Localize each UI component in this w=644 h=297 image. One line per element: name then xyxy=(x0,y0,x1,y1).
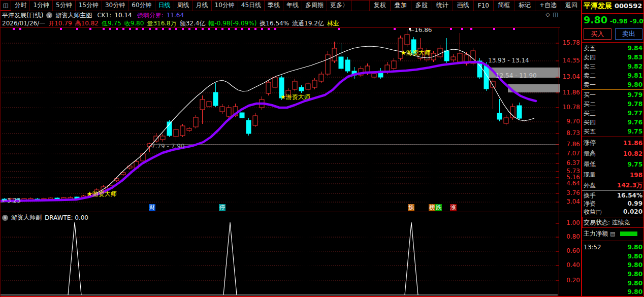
stat-row[interactable]: 换手16.54% xyxy=(582,191,644,200)
signal-dot xyxy=(103,28,105,30)
toolbar-action-item[interactable]: 画线 xyxy=(453,0,473,11)
toolbar-period-item[interactable]: 更多〉 xyxy=(327,0,352,11)
left-border xyxy=(0,0,1,297)
toolbar-period-item[interactable]: 月线 xyxy=(193,0,212,11)
bid-row[interactable]: 买五9.75 xyxy=(582,127,644,136)
ask-levels: 卖五9.84卖四9.83卖三9.82卖二9.81卖一9.80 xyxy=(582,44,644,89)
tick-row[interactable]: 9.80 xyxy=(582,252,644,261)
buy-button[interactable]: 买入 xyxy=(584,28,611,40)
quote-stats: 涨停11.86最高10.82最低9.75现量198外盘142.3万 xyxy=(582,138,644,191)
ask-row[interactable]: 卖五9.84 xyxy=(582,44,644,53)
tick-list[interactable]: 13:529.809.809.809.809.809.80 xyxy=(582,243,644,296)
toolbar-action-item[interactable]: +自选 xyxy=(535,0,561,11)
info-segment: 幅-0.98(-9.09%) xyxy=(208,19,256,27)
candle-body xyxy=(207,102,211,107)
toolbar-period-item[interactable]: 5分钟 xyxy=(53,0,76,11)
tick-row[interactable]: 13:529.80 xyxy=(582,243,644,252)
signal-dot xyxy=(149,28,151,30)
quote-stock-title[interactable]: 平潭发展 000592 xyxy=(584,2,642,11)
ask-row-value: 9.80 xyxy=(627,81,642,88)
signal-dot xyxy=(254,28,256,30)
bid-row[interactable]: 买二9.78 xyxy=(582,100,644,109)
signal-dot xyxy=(76,28,78,30)
toolbar-period-item[interactable]: 45日线 xyxy=(238,0,265,11)
toolbar-action-item[interactable]: 统计 xyxy=(432,0,453,11)
toolbar-periods: 分时1分钟5分钟15分钟30分钟60分钟日线周线月线10分钟45日线季线年线多周… xyxy=(11,0,352,11)
main-net-bar xyxy=(620,232,637,236)
bid-row[interactable]: 买一9.79 xyxy=(582,90,644,100)
ask-row[interactable]: 卖三9.82 xyxy=(582,62,644,71)
toolbar-action-item[interactable]: 简框 xyxy=(493,0,514,11)
tick-row[interactable]: 9.80 xyxy=(582,287,644,296)
candle-body xyxy=(194,117,198,127)
info-segment: 额32.4亿 xyxy=(180,19,206,27)
toolbar-action-item[interactable]: 叠加 xyxy=(390,0,411,11)
toolbar-period-item[interactable]: 季线 xyxy=(265,0,283,11)
toolbar-action-item[interactable]: 返回 xyxy=(561,0,582,11)
ask-row[interactable]: 卖二9.81 xyxy=(582,71,644,80)
stat-row[interactable]: 现量198 xyxy=(582,170,644,180)
bid-row-value: 9.76 xyxy=(627,119,642,126)
bid-row-label: 买三 xyxy=(584,109,596,118)
stat-row[interactable]: 涨停11.86 xyxy=(582,138,644,148)
signal-dot xyxy=(202,28,204,30)
ck1-label: CK1: xyxy=(97,12,111,19)
candle-body xyxy=(200,100,205,110)
signal-dot xyxy=(116,28,118,30)
main-indicator-name[interactable]: 游资大师主图 xyxy=(55,11,92,20)
window-layout-icon[interactable]: ◫ xyxy=(0,0,11,11)
candle-body xyxy=(517,106,522,118)
price-axis-label: 3.76 xyxy=(561,189,580,196)
toolbar-period-item[interactable]: 周线 xyxy=(174,0,193,11)
daily-info-bar: 2026/01/26/一开10.79高10.82低9.75收9.80量316.8… xyxy=(0,19,562,27)
trading-terminal: ◫ 分时1分钟5分钟15分钟30分钟60分钟日线周线月线10分钟45日线季线年线… xyxy=(0,0,644,297)
quote-title-divider xyxy=(582,13,644,14)
stat-row[interactable]: 净资0.99 xyxy=(582,200,644,208)
toolbar-action-item[interactable]: F10 xyxy=(473,0,493,11)
price-axis-label: 11.86 xyxy=(561,89,580,96)
candle-body xyxy=(339,57,343,69)
bid-row[interactable]: 买三9.77 xyxy=(582,109,644,118)
toolbar-period-item[interactable]: 日线 xyxy=(155,0,174,11)
signal-dot xyxy=(394,28,396,30)
indicator-sub-chart[interactable] xyxy=(0,212,560,297)
diamond-marker-icon[interactable]: ◇ xyxy=(545,11,550,18)
candle-body xyxy=(220,107,224,112)
toolbar-period-item[interactable]: 15分钟 xyxy=(76,0,102,11)
ask-row[interactable]: 卖一9.80 xyxy=(582,80,644,89)
tick-row[interactable]: 9.80 xyxy=(582,270,644,279)
toolbar-action-item[interactable]: 标记 xyxy=(514,0,535,11)
tick-row[interactable]: 9.80 xyxy=(582,279,644,288)
price-axis-label: 13.04 xyxy=(561,73,580,80)
signal-dot xyxy=(162,28,164,30)
candle-body xyxy=(299,87,304,91)
toolbar-period-item[interactable]: 年线 xyxy=(283,0,302,11)
candle-body xyxy=(279,78,284,98)
main-net-row[interactable]: 主力净额 ▤ xyxy=(584,229,637,238)
toolbar-period-item[interactable]: 1分钟 xyxy=(30,0,53,11)
main-candlestick-chart[interactable] xyxy=(0,28,560,212)
stat-row[interactable]: 外盘142.3万 xyxy=(582,180,644,191)
sell-button[interactable]: 卖出 xyxy=(615,28,643,40)
toolbar-period-item[interactable]: 分时 xyxy=(11,0,30,11)
split-pane-icon[interactable]: ◫ xyxy=(553,11,558,18)
ask-row[interactable]: 卖四9.83 xyxy=(582,53,644,62)
tick-price: 9.80 xyxy=(627,280,642,287)
stat-row[interactable]: 最高10.82 xyxy=(582,148,644,159)
toolbar-period-item[interactable]: 30分钟 xyxy=(102,0,128,11)
stat-row[interactable]: 最低9.75 xyxy=(582,159,644,170)
toolbar-period-item[interactable]: 多周期 xyxy=(302,0,327,11)
candle-body xyxy=(372,74,376,77)
tick-time: 13:52 xyxy=(584,244,601,251)
toolbar-action-item[interactable]: 多股 xyxy=(411,0,432,11)
tick-row[interactable]: 9.80 xyxy=(582,260,644,270)
bid-row[interactable]: 买四9.76 xyxy=(582,118,644,127)
toolbar-action-item[interactable]: 复权 xyxy=(369,0,390,11)
toolbar-period-item[interactable]: 10分钟 xyxy=(212,0,238,11)
stat-row[interactable]: 收益㈢0.020 xyxy=(582,208,644,216)
toolbar-period-item[interactable]: 60分钟 xyxy=(128,0,155,11)
stat-row-value: 142.3万 xyxy=(617,181,642,190)
indicator-collapse-icon[interactable]: ∨ xyxy=(46,12,52,18)
sub-indicator-name[interactable]: 游资大师副 xyxy=(11,213,42,222)
sub-indicator-collapse-icon[interactable]: ∨ xyxy=(2,215,8,221)
